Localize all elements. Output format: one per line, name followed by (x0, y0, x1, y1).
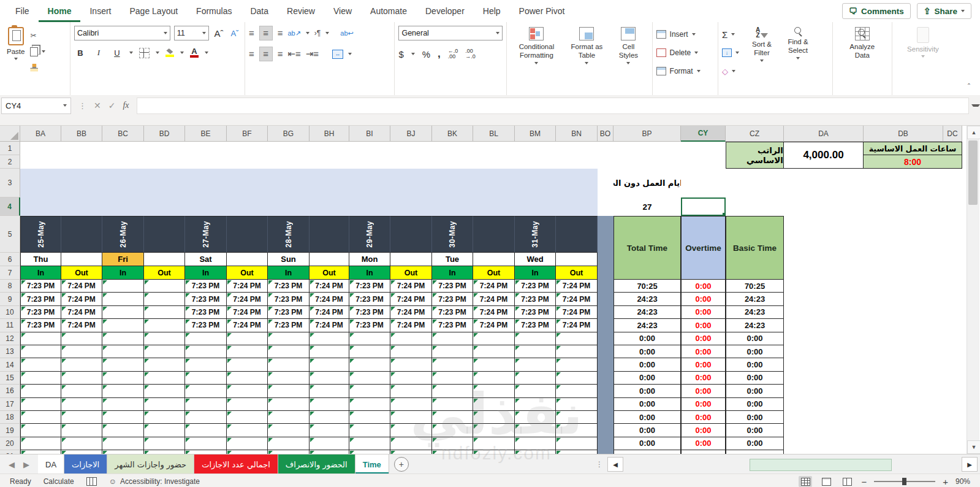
time-cell[interactable]: 7:23 PM (268, 319, 310, 332)
summary-value-cell[interactable]: 24:23 (726, 319, 784, 332)
empty-cell[interactable] (61, 332, 102, 345)
empty-cell[interactable] (185, 385, 227, 397)
empty-cell[interactable] (61, 372, 102, 385)
summary-value-cell[interactable]: 24:23 (726, 306, 784, 319)
summary-value-cell[interactable]: 0:00 (681, 358, 726, 371)
basic-hours-value-cell[interactable]: 8:00 (864, 155, 962, 169)
cut-icon[interactable]: ✂ (30, 31, 36, 40)
format-cells-button[interactable]: Format (656, 64, 701, 79)
time-cell[interactable]: 7:23 PM (432, 293, 473, 305)
empty-cell[interactable] (556, 398, 598, 411)
time-cell[interactable]: 7:24 PM (61, 293, 102, 305)
empty-cell[interactable] (61, 385, 102, 397)
page-break-view-icon[interactable] (840, 476, 854, 487)
date-cell[interactable]: 26-May (102, 216, 144, 253)
grow-font-button[interactable]: Aˆ (213, 26, 225, 40)
shrink-font-button[interactable]: Aˇ (229, 26, 241, 40)
empty-cell[interactable] (20, 358, 61, 371)
empty-cell[interactable] (310, 385, 349, 397)
row-header-2[interactable]: 2 (0, 155, 20, 169)
empty-cell[interactable] (473, 358, 515, 371)
delete-cells-button[interactable]: Delete (656, 45, 701, 60)
time-cell[interactable]: 7:23 PM (515, 319, 556, 332)
time-cell[interactable]: 7:23 PM (20, 293, 61, 305)
empty-cell[interactable] (20, 345, 61, 358)
share-button[interactable]: ⇪ Share (917, 3, 971, 19)
column-header-CZ[interactable]: CZ (726, 126, 784, 142)
empty-cell[interactable] (102, 385, 144, 397)
bold-button[interactable]: B (74, 46, 86, 59)
summary-value-cell[interactable]: 0:00 (681, 280, 726, 293)
time-cell[interactable]: 7:24 PM (61, 280, 102, 293)
empty-cell[interactable] (185, 332, 227, 345)
empty-cell[interactable] (390, 437, 432, 450)
empty-cell[interactable] (185, 398, 227, 411)
row-header-7[interactable]: 7 (0, 266, 20, 280)
empty-cell[interactable] (185, 372, 227, 385)
spreadsheet-grid[interactable]: BABBBCBDBEBFBGBHBIBJBKBLBMBNBOBPCYCZDADB… (0, 126, 963, 454)
empty-cell[interactable] (349, 424, 390, 437)
cancel-icon[interactable]: ✕ (94, 101, 101, 110)
empty-cell[interactable] (268, 424, 310, 437)
empty-cell[interactable] (268, 345, 310, 358)
enter-icon[interactable]: ✓ (108, 101, 116, 110)
time-cell[interactable]: 7:23 PM (515, 306, 556, 319)
summary-value-cell[interactable]: 24:23 (726, 293, 784, 305)
format-painter-icon[interactable] (30, 64, 38, 72)
align-top-icon[interactable]: ≡ (249, 29, 254, 37)
time-cell[interactable]: 7:24 PM (556, 280, 598, 293)
column-header-BP[interactable]: BP (613, 126, 681, 142)
time-cell[interactable] (102, 293, 144, 305)
time-cell[interactable]: 7:23 PM (185, 280, 227, 293)
summary-value-cell[interactable]: 0:00 (726, 345, 784, 358)
formula-input[interactable] (137, 98, 969, 114)
date-cell[interactable]: 25-May (20, 216, 61, 253)
time-cell[interactable]: 7:23 PM (20, 319, 61, 332)
empty-cell[interactable] (473, 385, 515, 397)
day-name-cell[interactable]: Mon (349, 253, 390, 266)
empty-cell[interactable] (102, 332, 144, 345)
empty-cell[interactable] (227, 437, 268, 450)
empty-cell[interactable] (473, 372, 515, 385)
normal-view-icon[interactable] (799, 476, 812, 487)
paste-button[interactable]: Paste (4, 26, 28, 61)
empty-cell[interactable] (390, 332, 432, 345)
column-header-BD[interactable]: BD (144, 126, 185, 142)
date-cell[interactable] (556, 216, 598, 253)
summary-value-cell[interactable]: 0:00 (613, 398, 681, 411)
empty-cell[interactable] (227, 332, 268, 345)
out-header-cell[interactable]: Out (310, 266, 349, 280)
summary-value-cell[interactable]: 70:25 (613, 280, 681, 293)
summary-value-cell[interactable]: 0:00 (681, 424, 726, 437)
summary-value-cell[interactable]: 0:00 (613, 437, 681, 450)
horizontal-scrollbar[interactable] (627, 458, 958, 470)
tab-scroll-left-icon[interactable]: ◀ (607, 457, 623, 472)
row-header-1[interactable]: 1 (0, 142, 20, 155)
row-header-17[interactable]: 17 (0, 398, 20, 411)
empty-cell[interactable] (556, 358, 598, 371)
time-cell[interactable]: 7:23 PM (515, 293, 556, 305)
row-header-6[interactable]: 6 (0, 253, 20, 266)
ribbon-tab-data[interactable]: Data (241, 0, 278, 22)
work-days-value-cell[interactable]: 27 (613, 197, 681, 216)
horizontal-scrollbar-thumb[interactable] (750, 459, 892, 471)
in-header-cell[interactable]: In (349, 266, 390, 280)
empty-cell[interactable] (390, 411, 432, 424)
align-left-icon[interactable]: ≡ (249, 50, 254, 58)
column-header-BK[interactable]: BK (432, 126, 473, 142)
summary-value-cell[interactable]: 0:00 (681, 372, 726, 385)
zoom-in-icon[interactable]: + (943, 477, 948, 487)
empty-cell[interactable] (268, 332, 310, 345)
column-header-DB[interactable]: DB (864, 126, 943, 142)
row-header-18[interactable]: 18 (0, 411, 20, 424)
summary-value-cell[interactable]: 0:00 (726, 332, 784, 345)
decrease-decimal-icon[interactable]: .00→.0 (465, 48, 476, 59)
time-cell[interactable]: 7:24 PM (310, 293, 349, 305)
font-color-icon[interactable]: A (190, 48, 199, 58)
summary-value-cell[interactable]: 24:23 (613, 319, 681, 332)
summary-value-cell[interactable]: 0:00 (681, 306, 726, 319)
summary-value-cell[interactable]: 0:00 (726, 372, 784, 385)
number-format-combo[interactable]: General (398, 26, 503, 40)
empty-cell[interactable] (61, 358, 102, 371)
row-header-16[interactable]: 16 (0, 385, 20, 397)
